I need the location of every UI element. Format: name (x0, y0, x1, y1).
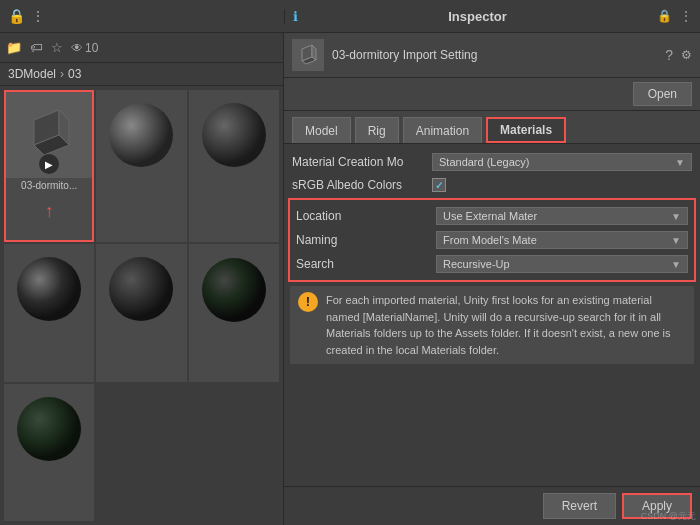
inspector-header: ℹ Inspector 🔒 ⋮ (284, 9, 700, 24)
breadcrumb-separator: › (60, 67, 64, 81)
asset-item-sphere1[interactable] (96, 90, 186, 242)
sphere4-svg (101, 249, 181, 329)
tab-model[interactable]: Model (292, 117, 351, 143)
asset-label-box: 03-dormito... (6, 178, 92, 193)
search-label: Search (296, 257, 436, 271)
sphere6-svg (9, 389, 89, 469)
svg-marker-11 (312, 45, 316, 60)
svg-point-5 (17, 257, 81, 321)
left-panel-header: 🔒 ⋮ (0, 8, 284, 24)
lock-inspector-icon[interactable]: 🔒 (657, 9, 672, 23)
info-box: ! For each imported material, Unity firs… (290, 286, 694, 364)
material-creation-text: Standard (Legacy) (439, 156, 530, 168)
srgb-row: sRGB Albedo Colors ✓ (284, 174, 700, 196)
location-text: Use External Mater (443, 210, 537, 222)
asset-item-sphere3[interactable] (4, 244, 94, 381)
play-button[interactable]: ▶ (39, 154, 59, 174)
object-icon (292, 39, 324, 71)
asset-item-sphere5[interactable] (189, 244, 279, 381)
import-tabs: Model Rig Animation Materials (284, 111, 700, 144)
svg-point-4 (202, 103, 266, 167)
tag-icon[interactable]: 🏷 (30, 40, 43, 55)
asset-thumbnail-sphere5 (190, 245, 278, 333)
asset-thumbnail-sphere4 (97, 245, 185, 333)
asset-item-sphere6[interactable] (4, 384, 94, 521)
material-creation-dropdown[interactable]: Standard (Legacy) ▼ (432, 153, 692, 171)
object-name: 03-dormitory Import Setting (332, 48, 657, 62)
sphere5-svg (194, 250, 274, 330)
tab-animation[interactable]: Animation (403, 117, 482, 143)
srgb-checkmark: ✓ (435, 180, 443, 191)
warning-icon: ! (298, 292, 318, 312)
revert-button[interactable]: Revert (543, 493, 616, 519)
more-inspector-icon[interactable]: ⋮ (680, 9, 692, 23)
search-dropdown[interactable]: Recursive-Up ▼ (436, 255, 688, 273)
eye-icon: 👁 (71, 41, 83, 55)
srgb-label: sRGB Albedo Colors (292, 178, 432, 192)
material-creation-label: Material Creation Mo (292, 155, 432, 169)
more-options-icon[interactable]: ⋮ (31, 8, 45, 24)
main-content: 📁 🏷 ☆ 👁 10 3DModel › 03 (0, 33, 700, 525)
highlighted-section: Location Use External Mater ▼ Naming Fro… (288, 198, 696, 282)
left-panel: 📁 🏷 ☆ 👁 10 3DModel › 03 (0, 33, 284, 525)
dropdown-arrow-material: ▼ (675, 157, 685, 168)
srgb-checkbox[interactable]: ✓ (432, 178, 446, 192)
svg-point-8 (17, 397, 81, 461)
eye-count-group[interactable]: 👁 10 (71, 41, 98, 55)
asset-thumbnail-sphere6 (5, 385, 93, 473)
naming-row: Naming From Model's Mate ▼ (294, 228, 690, 252)
sphere1-svg (101, 95, 181, 175)
search-value: Recursive-Up ▼ (436, 255, 688, 273)
svg-point-3 (109, 103, 173, 167)
asset-thumbnail-sphere1 (97, 91, 185, 179)
location-dropdown[interactable]: Use External Mater ▼ (436, 207, 688, 225)
info-icon: ℹ (293, 9, 298, 24)
dropdown-arrow-search: ▼ (671, 259, 681, 270)
selection-arrow: ↑ (45, 201, 54, 222)
asset-item-box[interactable]: ▶ 03-dormito... ↑ (4, 90, 94, 242)
srgb-value: ✓ (432, 178, 692, 192)
search-row: Search Recursive-Up ▼ (294, 252, 690, 276)
asset-item-sphere2[interactable] (189, 90, 279, 242)
dropdown-arrow-location: ▼ (671, 211, 681, 222)
breadcrumb-root[interactable]: 3DModel (8, 67, 56, 81)
tab-rig[interactable]: Rig (355, 117, 399, 143)
dropdown-arrow-naming: ▼ (671, 235, 681, 246)
eye-count: 10 (85, 41, 98, 55)
breadcrumb: 3DModel › 03 (0, 63, 283, 86)
right-panel: 03-dormitory Import Setting ? ⚙ Open Mod… (284, 33, 700, 525)
search-text: Recursive-Up (443, 258, 510, 270)
open-button[interactable]: Open (633, 82, 692, 106)
lock-icon[interactable]: 🔒 (8, 8, 25, 24)
breadcrumb-child[interactable]: 03 (68, 67, 81, 81)
tab-materials[interactable]: Materials (486, 117, 566, 143)
asset-thumbnail-sphere2 (190, 91, 278, 179)
settings-icon[interactable]: ⚙ (681, 48, 692, 62)
asset-item-sphere4[interactable] (96, 244, 186, 381)
watermark: CSDN @元元 (641, 510, 696, 523)
inspector-actions: 🔒 ⋮ (657, 9, 692, 23)
srgb-checkbox-container: ✓ (432, 178, 692, 192)
info-text: For each imported material, Unity first … (326, 294, 671, 356)
inspector-title: Inspector (304, 9, 651, 24)
toolbar-row: 📁 🏷 ☆ 👁 10 (0, 33, 283, 63)
naming-dropdown[interactable]: From Model's Mate ▼ (436, 231, 688, 249)
bottom-bar: Revert Apply (284, 486, 700, 525)
top-bar: 🔒 ⋮ ℹ Inspector 🔒 ⋮ (0, 0, 700, 33)
object-header: 03-dormitory Import Setting ? ⚙ (284, 33, 700, 78)
folder-icon[interactable]: 📁 (6, 40, 22, 55)
settings-panel: Material Creation Mo Standard (Legacy) ▼… (284, 144, 700, 486)
svg-point-6 (109, 257, 173, 321)
naming-text: From Model's Mate (443, 234, 537, 246)
star-icon[interactable]: ☆ (51, 40, 63, 55)
material-creation-value: Standard (Legacy) ▼ (432, 153, 692, 171)
asset-grid: ▶ 03-dormito... ↑ (0, 86, 283, 525)
naming-value: From Model's Mate ▼ (436, 231, 688, 249)
asset-thumbnail-sphere3 (5, 245, 93, 333)
object-box-icon (294, 41, 322, 69)
open-button-row: Open (284, 78, 700, 111)
location-label: Location (296, 209, 436, 223)
sphere3-svg (9, 249, 89, 329)
help-icon[interactable]: ? (665, 47, 673, 63)
location-value: Use External Mater ▼ (436, 207, 688, 225)
